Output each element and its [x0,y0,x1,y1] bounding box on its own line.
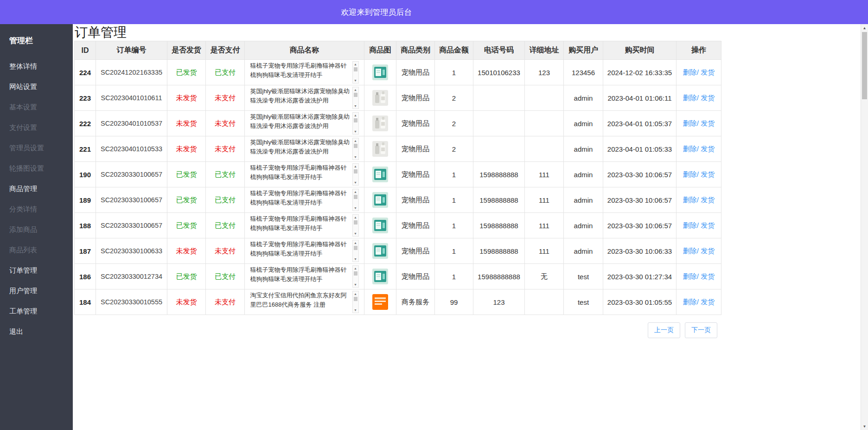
sidebar-item-carousel-settings[interactable]: 轮播图设置 [0,158,73,179]
phone-number [473,85,525,111]
ship-link[interactable]: 发货 [701,298,715,306]
scroll-down-icon[interactable]: ▼ [354,282,357,287]
scrollbar-down-icon[interactable]: ▼ [861,423,868,430]
textarea-scrollbar-thumb[interactable] [354,67,357,71]
textarea-scrollbar-thumb[interactable] [354,271,357,276]
actions-cell: 删除/ 发货 [677,111,721,136]
scroll-up-icon[interactable]: ▲ [354,62,357,66]
delete-link[interactable]: 删除 [683,145,697,153]
scroll-down-icon[interactable]: ▼ [354,257,357,261]
product-name-textarea[interactable]: 猫梳子宠物专用除浮毛刷撸猫神器针梳狗狗猫咪毛发清理开结手▲▼ [250,189,359,211]
sidebar-item-site-settings[interactable]: 网站设置 [0,77,73,97]
product-image-cell [364,213,396,238]
ship-link[interactable]: 发货 [701,119,715,127]
scroll-up-icon[interactable]: ▲ [354,266,357,270]
textarea-scrollbar[interactable]: ▲▼ [352,265,359,288]
ship-link[interactable]: 发货 [701,94,715,102]
delete-link[interactable]: 删除 [683,221,697,229]
textarea-scrollbar-thumb[interactable] [354,93,357,97]
product-name-textarea[interactable]: 英国jhly银渐层猫咪沐浴露宠物除臭幼猫洗澡专用沐浴露香波洗护用▲▼ [250,112,359,135]
sidebar-item-basic-settings[interactable]: 基本设置 [0,97,73,117]
scroll-up-icon[interactable]: ▲ [354,139,357,143]
product-name-textarea[interactable]: 英国jhly银渐层猫咪沐浴露宠物除臭幼猫洗澡专用沐浴露香波洗护用▲▼ [250,138,359,160]
product-name-textarea[interactable]: 猫梳子宠物专用除浮毛刷撸猫神器针梳狗狗猫咪毛发清理开结手▲▼ [250,265,359,288]
address: 无 [525,264,564,289]
paid-status: 已支付 [206,162,245,187]
textarea-scrollbar-thumb[interactable] [354,169,357,173]
delete-link[interactable]: 删除 [683,272,697,280]
textarea-scrollbar[interactable]: ▲▼ [352,138,359,160]
scrollbar-up-icon[interactable]: ▲ [861,24,868,32]
sidebar-item-user-management[interactable]: 用户管理 [0,281,73,301]
scroll-up-icon[interactable]: ▲ [354,164,357,168]
textarea-scrollbar[interactable]: ▲▼ [352,87,359,109]
sidebar-item-category-details[interactable]: 分类详情 [0,199,73,219]
scrollbar-thumb[interactable] [862,32,867,99]
textarea-scrollbar-thumb[interactable] [354,118,357,122]
scroll-up-icon[interactable]: ▲ [354,292,357,296]
admin-page: 欢迎来到管理员后台 管理栏 整体详情网站设置基本设置支付设置管理员设置轮播图设置… [0,0,868,430]
ship-link[interactable]: 发货 [701,170,715,178]
scroll-up-icon[interactable]: ▲ [354,190,357,194]
textarea-scrollbar-thumb[interactable] [354,220,357,225]
sidebar-item-product-list[interactable]: 商品列表 [0,240,73,260]
textarea-scrollbar[interactable]: ▲▼ [352,61,359,83]
ship-link[interactable]: 发货 [701,68,715,76]
delete-link[interactable]: 删除 [683,298,697,306]
sidebar-item-add-product[interactable]: 添加商品 [0,219,73,240]
ship-link[interactable]: 发货 [701,221,715,229]
delete-link[interactable]: 删除 [683,68,697,76]
sidebar-item-admin-settings[interactable]: 管理员设置 [0,138,73,158]
phone-number [473,111,525,136]
product-name-textarea[interactable]: 英国jhly银渐层猫咪沐浴露宠物除臭幼猫洗澡专用沐浴露香波洗护用▲▼ [250,87,359,109]
prev-page-button[interactable]: 上一页 [648,322,680,338]
textarea-scrollbar-thumb[interactable] [354,297,357,301]
delete-link[interactable]: 删除 [683,247,697,255]
sidebar-item-logout[interactable]: 退出 [0,321,73,342]
sidebar-item-order-management[interactable]: 订单管理 [0,260,73,281]
sidebar-item-ticket-management[interactable]: 工单管理 [0,301,73,321]
textarea-scrollbar-thumb[interactable] [354,144,357,148]
product-name-textarea[interactable]: 猫梳子宠物专用除浮毛刷撸猫神器针梳狗狗猫咪毛发清理开结手▲▼ [250,214,359,237]
scroll-down-icon[interactable]: ▼ [354,231,357,236]
scroll-down-icon[interactable]: ▼ [354,155,357,159]
column-header-1: 订单编号 [96,41,167,60]
scroll-down-icon[interactable]: ▼ [354,129,357,134]
scroll-down-icon[interactable]: ▼ [354,104,357,108]
textarea-scrollbar[interactable]: ▲▼ [352,189,359,211]
scroll-down-icon[interactable]: ▼ [354,308,357,312]
ship-link[interactable]: 发货 [701,272,715,280]
scroll-down-icon[interactable]: ▼ [354,78,357,83]
sidebar-item-overall-details[interactable]: 整体详情 [0,56,73,77]
scroll-up-icon[interactable]: ▲ [354,88,357,92]
textarea-scrollbar-thumb[interactable] [354,246,357,250]
delete-link[interactable]: 删除 [683,196,697,204]
scroll-down-icon[interactable]: ▼ [354,206,357,210]
product-name-textarea[interactable]: 猫梳子宠物专用除浮毛刷撸猫神器针梳狗狗猫咪毛发清理开结手▲▼ [250,61,359,83]
scroll-up-icon[interactable]: ▲ [354,241,357,245]
scroll-down-icon[interactable]: ▼ [354,180,357,185]
product-name-textarea[interactable]: 猫梳子宠物专用除浮毛刷撸猫神器针梳狗狗猫咪毛发清理开结手▲▼ [250,163,359,186]
sidebar-item-payment-settings[interactable]: 支付设置 [0,117,73,138]
textarea-scrollbar[interactable]: ▲▼ [352,163,359,186]
ship-link[interactable]: 发货 [701,145,715,153]
product-name-textarea[interactable]: 淘宝支付宝信用代拍闲鱼京东好友阿里巴巴1688代商务服务 注册▲▼ [250,291,359,313]
textarea-scrollbar[interactable]: ▲▼ [352,112,359,135]
product-name-textarea[interactable]: 猫梳子宠物专用除浮毛刷撸猫神器针梳狗狗猫咪毛发清理开结手▲▼ [250,240,359,262]
page-scrollbar[interactable]: ▲ ▼ [861,24,868,430]
delete-link[interactable]: 删除 [683,94,697,102]
textarea-scrollbar-thumb[interactable] [354,195,357,199]
sidebar-item-product-management[interactable]: 商品管理 [0,179,73,199]
column-header-6: 商品类别 [396,41,435,60]
ship-link[interactable]: 发货 [701,247,715,255]
next-page-button[interactable]: 下一页 [685,322,717,338]
delete-link[interactable]: 删除 [683,170,697,178]
scroll-up-icon[interactable]: ▲ [354,113,357,117]
ship-link[interactable]: 发货 [701,196,715,204]
textarea-scrollbar[interactable]: ▲▼ [352,291,359,313]
delete-link[interactable]: 删除 [683,119,697,127]
textarea-scrollbar[interactable]: ▲▼ [352,214,359,237]
scroll-up-icon[interactable]: ▲ [354,215,357,219]
paid-status: 已支付 [206,60,245,85]
textarea-scrollbar[interactable]: ▲▼ [352,240,359,262]
